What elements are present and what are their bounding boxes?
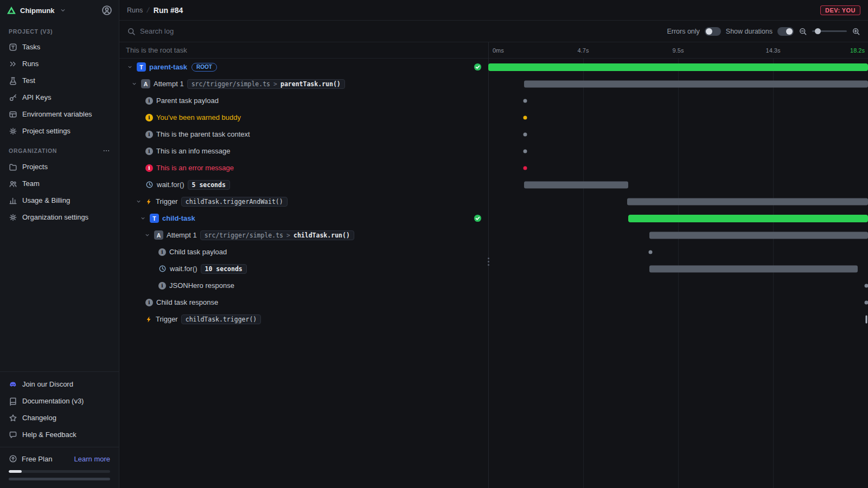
search-input[interactable] (140, 27, 324, 35)
trace-row-timeline (488, 159, 868, 176)
trace-row-child-task-payload[interactable]: iChild task payload (119, 243, 868, 260)
sidebar-item-label: Changelog (22, 414, 56, 422)
timeline-dot (865, 284, 868, 287)
sidebar-item-runs[interactable]: Runs (0, 55, 119, 72)
environment-badge[interactable]: DEV: YOU (820, 5, 860, 15)
upgrade-icon (9, 454, 17, 463)
sidebar-item-team[interactable]: Team (0, 175, 119, 192)
trace-row-this-is-an-info-message[interactable]: iThis is an info message (119, 143, 868, 159)
info-icon: i (145, 299, 153, 306)
sidebar-item-join-our-discord[interactable]: Join our Discord (0, 376, 119, 393)
avatar[interactable] (101, 5, 112, 16)
folder-icon (9, 163, 17, 171)
trace-row-you-ve-been-warned-buddy[interactable]: iYou've been warned buddy (119, 109, 868, 126)
trace-row-label: Trigger (156, 315, 178, 323)
trace-row-parent-task[interactable]: Tparent-taskROOT (119, 59, 868, 75)
zoom-in-icon[interactable] (852, 27, 860, 36)
sidebar-item-usage-billing[interactable]: Usage & Billing (0, 192, 119, 209)
env-icon (9, 110, 17, 119)
trace-row-this-is-an-error-message[interactable]: iThis is an error message (119, 159, 868, 176)
chart-icon (9, 196, 17, 205)
breadcrumb-separator: / (146, 6, 150, 14)
trace-row-jsonhero-response[interactable]: iJSONHero response (119, 277, 868, 294)
attempt-path-chip: src/trigger/simple.ts>parentTask.run() (187, 79, 345, 89)
trace-row-trigger[interactable]: TriggerchildTask.trigger() (119, 311, 868, 328)
success-check-icon (474, 214, 482, 222)
trace-row-wait-for[interactable]: wait.for()5 seconds (119, 176, 868, 193)
zoom-out-icon[interactable] (799, 27, 807, 36)
chevron-down-icon[interactable] (135, 198, 142, 204)
duration-chip: 5 seconds (188, 180, 230, 190)
sidebar-section-title: PROJECT (V3) (0, 21, 119, 38)
sidebar-item-documentation-v3[interactable]: Documentation (v3) (0, 393, 119, 409)
sidebar-item-help-feedback[interactable]: Help & Feedback (0, 426, 119, 443)
trace-row-left: iChild task response (119, 294, 488, 311)
team-icon (9, 179, 17, 188)
pane-resize-handle[interactable] (486, 254, 491, 269)
timeline-bar (649, 265, 858, 272)
chevron-down-icon[interactable] (143, 232, 151, 238)
sidebar-item-label: Organization settings (22, 213, 88, 221)
chevron-down-icon[interactable] (126, 64, 133, 70)
docs-icon (9, 397, 17, 406)
sidebar-item-environment-variables[interactable]: Environment variables (0, 106, 119, 123)
sidebar-item-projects[interactable]: Projects (0, 158, 119, 175)
workspace-switcher[interactable]: Chipmunk (0, 0, 119, 21)
trace-row-attempt-1[interactable]: AAttempt 1src/trigger/simple.ts>parentTa… (119, 75, 868, 92)
runs-icon (9, 60, 17, 68)
sidebar-item-label: Tasks (22, 43, 40, 51)
trace-row-label: parent-task (149, 63, 187, 71)
sidebar-section-title: ORGANIZATION (0, 139, 119, 158)
test-icon (9, 76, 17, 85)
trace-row-this-is-the-parent-task-context[interactable]: iThis is the parent task context (119, 126, 868, 143)
sidebar-item-tasks[interactable]: Tasks (0, 38, 119, 55)
chevron-down-icon[interactable] (130, 81, 138, 87)
trace-row-attempt-1[interactable]: AAttempt 1src/trigger/simple.ts>childTas… (119, 227, 868, 243)
sidebar-footer-links: Join our DiscordDocumentation (v3)Change… (0, 371, 119, 447)
learn-more-link[interactable]: Learn more (74, 455, 110, 463)
trace-row-wait-for[interactable]: wait.for()10 seconds (119, 260, 868, 277)
sidebar-item-project-settings[interactable]: Project settings (0, 123, 119, 139)
axis-label: 14.3s (766, 42, 781, 59)
axis-label: 4.7s (578, 42, 589, 59)
errors-only-toggle[interactable] (705, 27, 721, 36)
trace-row-label: This is an error message (156, 164, 234, 172)
sidebar-item-changelog[interactable]: Changelog (0, 409, 119, 426)
trace-row-timeline (488, 126, 868, 143)
breadcrumb-runs[interactable]: Runs (127, 7, 143, 14)
timeline-bar (649, 232, 868, 239)
trace-row-trigger[interactable]: TriggerchildTask.triggerAndWait() (119, 193, 868, 210)
trace-row-label: child-task (162, 214, 195, 222)
trace-row-child-task-response[interactable]: iChild task response (119, 294, 868, 311)
chevron-down-icon[interactable] (139, 215, 146, 221)
trace-row-label: Trigger (156, 197, 178, 206)
code-chip: childTask.triggerAndWait() (181, 197, 288, 207)
discord-icon (9, 380, 17, 389)
sidebar-item-label: Team (22, 179, 40, 188)
warning-icon: i (145, 114, 153, 121)
trace-row-timeline (488, 143, 868, 159)
info-icon: i (158, 248, 166, 256)
trace-row-left: Tchild-task (119, 210, 488, 227)
sidebar-item-organization-settings[interactable]: Organization settings (0, 209, 119, 226)
trace-row-label: Parent task payload (156, 97, 219, 105)
attempt-file-path: src/trigger/simple.ts (192, 80, 270, 88)
trace-row-child-task[interactable]: Tchild-task (119, 210, 868, 227)
trace-row-left: iThis is the parent task context (119, 126, 488, 143)
sidebar-item-api-keys[interactable]: API Keys (0, 89, 119, 106)
info-icon: i (145, 97, 153, 105)
timeline-dot (523, 166, 527, 170)
trace-row-timeline (488, 59, 868, 75)
tree-header: This is the root task (126, 46, 187, 54)
zoom-slider[interactable] (812, 30, 847, 32)
org-menu-button[interactable] (103, 147, 110, 155)
errors-only-label: Errors only (667, 28, 699, 35)
trace-row-label: Child task response (156, 298, 218, 306)
show-durations-toggle[interactable] (777, 27, 794, 36)
plan-box: Free Plan Learn more (0, 447, 119, 488)
trace-row-left: AAttempt 1src/trigger/simple.ts>childTas… (119, 227, 488, 243)
sidebar-item-test[interactable]: Test (0, 72, 119, 89)
zoom-slider-knob[interactable] (815, 28, 821, 34)
trace-row-parent-task-payload[interactable]: iParent task payload (119, 92, 868, 109)
trace-toolbar: Errors only Show durations (119, 21, 868, 42)
